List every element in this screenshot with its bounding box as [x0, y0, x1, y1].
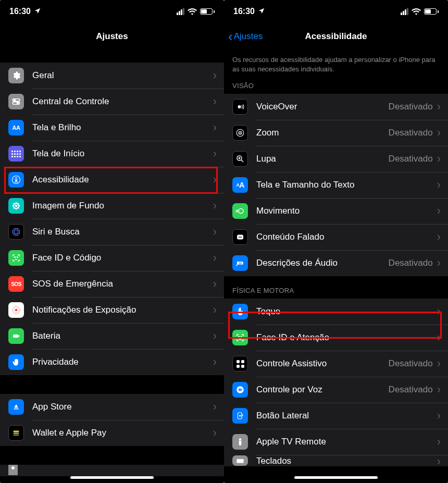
svg-point-36	[241, 237, 242, 238]
row-motion[interactable]: Movimento ›	[224, 198, 448, 224]
svg-point-32	[239, 209, 243, 214]
row-wallet[interactable]: Wallet e Apple Pay ›	[0, 420, 224, 446]
settings-group-1: Geral › Central de Controle › AA Tela e …	[0, 63, 224, 375]
home-indicator[interactable]	[294, 476, 378, 479]
svg-point-34	[239, 237, 240, 238]
row-label: VoiceOver	[256, 102, 389, 112]
svg-point-8	[15, 207, 17, 209]
row-audiodesc[interactable]: ))) Descrições de Áudio Desativado ›	[224, 250, 448, 276]
row-privacy[interactable]: Privacidade ›	[0, 349, 224, 375]
row-accessibility[interactable]: Acessibilidade ›	[0, 167, 224, 193]
row-label: Central de Controle	[32, 96, 213, 107]
row-faceattn[interactable]: Face ID e Atenção ›	[224, 325, 448, 351]
section-header-vision: VISÃO	[224, 76, 448, 94]
svg-point-44	[240, 440, 241, 441]
settings-screen: 16:30 Ajustes Geral ›	[0, 0, 224, 483]
row-label: Botão Lateral	[256, 411, 437, 421]
row-home[interactable]: Tela de Início ›	[0, 141, 224, 167]
home-indicator[interactable]	[70, 476, 154, 479]
flower-icon	[8, 198, 24, 214]
row-faceid[interactable]: Face ID e Código ›	[0, 245, 224, 271]
touch-icon	[232, 304, 248, 319]
gear-icon	[8, 68, 24, 83]
row-label: Teclados	[256, 456, 437, 466]
chevron-right-icon: ›	[437, 256, 441, 270]
zoom-icon	[232, 125, 248, 141]
row-sos[interactable]: SOS SOS de Emergência ›	[0, 271, 224, 297]
row-zoom[interactable]: Zoom Desativado ›	[224, 120, 448, 146]
switch-icon	[232, 356, 248, 371]
row-label: Privacidade	[32, 357, 213, 367]
row-value: Desativado	[389, 258, 433, 268]
row-keyboards-partial[interactable]: Teclados ›	[224, 455, 448, 466]
keyboard-icon	[232, 455, 248, 466]
svg-point-10	[18, 205, 20, 207]
row-value: Desativado	[389, 128, 433, 138]
status-time: 16:30	[233, 7, 255, 16]
exposure-icon	[8, 302, 24, 318]
svg-point-28	[238, 105, 241, 108]
chevron-right-icon: ›	[437, 409, 441, 423]
chevron-right-icon: ›	[213, 251, 217, 265]
row-label: Wallet e Apple Pay	[32, 428, 213, 438]
wifi-icon	[412, 8, 421, 15]
row-label: Zoom	[256, 128, 389, 138]
svg-rect-23	[19, 336, 20, 337]
svg-text:))): )))	[239, 262, 242, 265]
remote-icon	[232, 434, 248, 450]
row-siri[interactable]: Siri e Busca ›	[0, 219, 224, 245]
row-label: Imagem de Fundo	[32, 201, 213, 211]
row-voiceover[interactable]: VoiceOver Desativado ›	[224, 94, 448, 120]
row-magnifier[interactable]: Lupa Desativado ›	[224, 146, 448, 172]
row-sidebutton[interactable]: Botão Lateral ›	[224, 403, 448, 429]
row-voice[interactable]: Controle por Voz Desativado ›	[224, 377, 448, 403]
status-time: 16:30	[9, 7, 31, 16]
hand-icon	[8, 354, 24, 370]
appstore-icon	[8, 399, 24, 415]
row-label: App Store	[32, 402, 213, 412]
chevron-right-icon: ›	[437, 331, 441, 344]
wallet-icon	[8, 425, 24, 441]
row-label: Controle Assistivo	[256, 358, 389, 369]
row-textsize[interactable]: AA Tela e Tamanho do Texto ›	[224, 172, 448, 198]
svg-point-35	[240, 237, 241, 238]
back-button[interactable]: ‹ Ajustes	[228, 30, 263, 43]
row-spoken[interactable]: Conteúdo Falado ›	[224, 224, 448, 250]
battery-icon	[8, 328, 24, 344]
svg-point-15	[13, 228, 20, 236]
chevron-right-icon: ›	[437, 383, 441, 397]
grid-icon	[8, 146, 24, 162]
chevron-left-icon: ‹	[228, 30, 233, 43]
row-label: SOS de Emergência	[32, 279, 213, 289]
row-touch[interactable]: Toque ›	[224, 299, 448, 325]
row-label: Tela de Início	[32, 148, 213, 159]
row-label: Descrições de Áudio	[256, 258, 389, 268]
row-partial[interactable]	[0, 465, 224, 476]
status-bar: 16:30	[0, 0, 224, 23]
svg-rect-24	[14, 431, 19, 432]
location-icon	[34, 7, 41, 16]
svg-point-3	[17, 103, 19, 104]
row-switch[interactable]: Controle Assistivo Desativado ›	[224, 351, 448, 377]
row-label: Conteúdo Falado	[256, 232, 437, 242]
settings-group-3-partial	[0, 465, 224, 476]
row-controlcenter[interactable]: Central de Controle ›	[0, 89, 224, 115]
accessibility-screen: 16:30 ‹ Ajustes Acessibilidade Os recurs…	[224, 0, 448, 483]
svg-rect-42	[242, 414, 243, 416]
row-exposure[interactable]: Notificações de Exposição ›	[0, 297, 224, 323]
row-label: Face ID e Código	[32, 253, 213, 263]
row-appstore[interactable]: App Store ›	[0, 394, 224, 420]
chevron-right-icon: ›	[213, 69, 217, 82]
row-battery[interactable]: Bateria ›	[0, 323, 224, 349]
row-display[interactable]: AA Tela e Brilho ›	[0, 115, 224, 141]
page-title: Ajustes	[96, 31, 128, 42]
row-label: Siri e Busca	[32, 227, 213, 237]
row-appletv[interactable]: Apple TV Remote ›	[224, 429, 448, 455]
chevron-right-icon: ›	[437, 230, 441, 244]
row-label: Acessibilidade	[32, 175, 213, 185]
row-general[interactable]: Geral ›	[0, 63, 224, 89]
physical-group: Toque › Face ID e Atenção › Controle Ass…	[224, 299, 448, 466]
chevron-right-icon: ›	[213, 426, 217, 440]
row-wallpaper[interactable]: Imagem de Fundo ›	[0, 193, 224, 219]
chevron-right-icon: ›	[437, 455, 441, 466]
